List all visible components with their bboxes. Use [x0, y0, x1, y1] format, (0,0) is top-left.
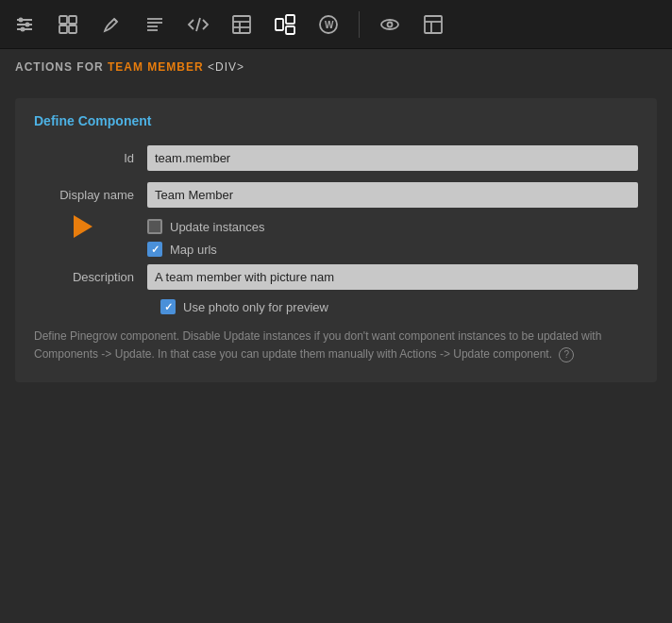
brush-icon[interactable] [98, 11, 125, 38]
arrow-indicator [74, 215, 96, 238]
display-name-row: Display name [34, 182, 638, 208]
actions-bar: ACTIONS FOR Team Member <div> [0, 49, 672, 83]
table-icon[interactable] [228, 11, 255, 38]
svg-text:W: W [325, 20, 334, 30]
svg-rect-20 [276, 19, 283, 30]
help-text: Define Pinegrow component. Disable Updat… [34, 328, 638, 363]
main-panel: Define Component Id Display name Update … [0, 83, 672, 397]
component-icon[interactable] [55, 11, 81, 38]
svg-point-5 [21, 26, 25, 31]
define-component-card: Define Component Id Display name Update … [15, 98, 657, 382]
checkbox-group: Update instances Map urls [147, 219, 638, 257]
update-instances-label: Update instances [170, 220, 264, 234]
use-photo-label: Use photo only for preview [183, 300, 328, 314]
actions-prefix: ACTIONS FOR [15, 60, 104, 74]
sliders-icon[interactable] [11, 11, 38, 38]
svg-rect-21 [286, 15, 294, 24]
layout-icon[interactable] [420, 11, 446, 38]
description-label: Description [34, 270, 147, 284]
list-icon[interactable] [142, 11, 168, 38]
svg-point-26 [388, 22, 393, 26]
svg-rect-9 [69, 25, 76, 33]
svg-point-25 [381, 20, 398, 29]
eye-icon[interactable] [377, 11, 403, 38]
svg-point-3 [19, 17, 24, 22]
svg-rect-27 [425, 16, 442, 33]
use-photo-row: Use photo only for preview [160, 299, 638, 314]
map-urls-label: Map urls [170, 243, 217, 257]
svg-line-15 [196, 18, 200, 31]
description-input[interactable] [147, 264, 638, 290]
svg-rect-8 [59, 25, 67, 33]
use-photo-checkbox[interactable] [160, 299, 176, 314]
svg-rect-16 [233, 16, 250, 33]
wordpress-icon[interactable]: W [315, 11, 342, 38]
toolbar: W [0, 0, 672, 49]
svg-rect-6 [59, 16, 67, 24]
description-row: Description [34, 264, 638, 290]
help-icon[interactable]: ? [559, 347, 574, 362]
svg-rect-22 [286, 26, 294, 34]
svg-point-4 [25, 22, 30, 26]
code-icon[interactable] [185, 11, 211, 38]
arrow-shape [74, 215, 92, 238]
svg-rect-7 [69, 16, 76, 24]
toolbar-separator [359, 11, 360, 38]
map-urls-checkbox[interactable] [147, 242, 162, 257]
component2-icon[interactable] [272, 11, 298, 38]
id-input[interactable] [147, 145, 638, 171]
update-instances-row: Update instances [147, 219, 638, 234]
update-instances-checkbox[interactable] [147, 219, 162, 234]
card-title: Define Component [34, 113, 638, 128]
display-name-input[interactable] [147, 182, 638, 208]
display-name-label: Display name [34, 188, 147, 202]
map-urls-row: Map urls [147, 242, 638, 257]
svg-line-10 [114, 19, 117, 22]
element-name: Team Member <div> [108, 60, 244, 74]
id-label: Id [34, 151, 147, 165]
id-row: Id [34, 145, 638, 171]
